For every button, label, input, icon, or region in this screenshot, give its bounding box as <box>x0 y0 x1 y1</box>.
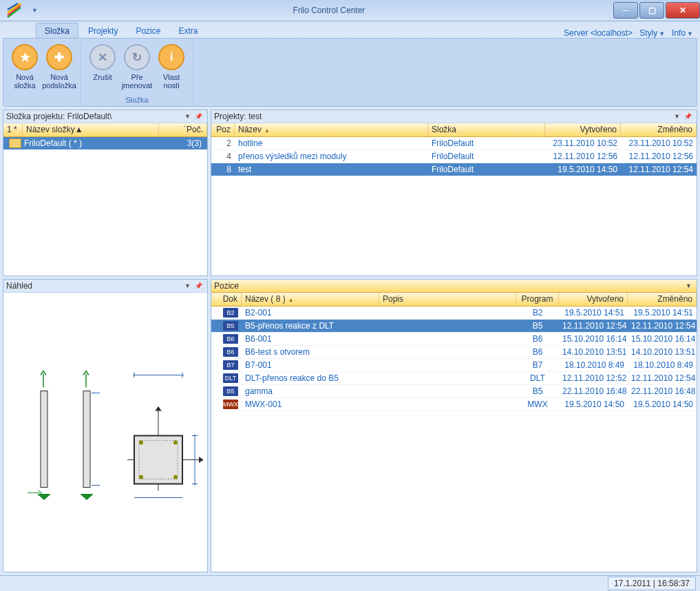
folder-icon <box>9 138 21 148</box>
tab-slozka[interactable]: Složka <box>36 23 78 38</box>
minimize-button[interactable]: ─ <box>613 2 638 19</box>
svg-rect-1 <box>83 391 90 488</box>
plus-icon: ✚ <box>46 44 72 70</box>
positions-panel-title: Pozice <box>214 281 683 291</box>
positions-col-popis[interactable]: Popis <box>379 293 516 306</box>
position-row[interactable]: MWXMWX-001MWX19.5.2010 14:5019.5.2010 14… <box>211 398 697 411</box>
doc-icon: B5 <box>223 321 238 331</box>
pin-icon[interactable]: 📌 <box>193 282 204 289</box>
svg-rect-0 <box>41 391 47 488</box>
projects-col-poz[interactable]: Poz <box>211 123 235 136</box>
tree-col-idx[interactable]: 1 * <box>3 123 23 136</box>
svg-point-9 <box>173 475 178 479</box>
ribbon-tabs: Složka Projekty Pozice Extra Server <loc… <box>0 21 700 38</box>
tab-extra[interactable]: Extra <box>170 23 206 38</box>
positions-col-zmeneno[interactable]: Změněno <box>628 293 697 306</box>
folder-panel: Složka projektu: FriloDefault\ ▼ 📌 1 * N… <box>3 110 208 276</box>
position-row[interactable]: B2B2-001B219.5.2010 14:5119.5.2010 14:51 <box>211 307 697 320</box>
project-row[interactable]: 4přenos výsledků mezi modulyFriloDefault… <box>211 150 697 163</box>
zrusit-button[interactable]: ✕ Zrušit <box>85 41 120 94</box>
preview-canvas <box>3 293 207 572</box>
info-icon: i <box>158 44 184 70</box>
chevron-down-icon[interactable]: ▼ <box>683 282 694 289</box>
server-link[interactable]: Server <localhost> <box>564 28 633 38</box>
ribbon-group-label <box>8 94 76 106</box>
projects-col-slozka[interactable]: Složka <box>428 123 545 136</box>
tab-pozice[interactable]: Pozice <box>127 23 169 38</box>
rename-icon: ↻ <box>124 44 150 70</box>
doc-icon: B6 <box>223 334 238 344</box>
doc-icon: B2 <box>223 308 238 318</box>
positions-col-vytvoreno[interactable]: Vytvořeno <box>559 293 628 306</box>
ribbon: ★ Novásložka ✚ Novápodsložka ✕ Zrušit ↻ … <box>3 38 697 107</box>
projects-col-zmeneno[interactable]: Změněno <box>621 123 697 136</box>
position-row[interactable]: DLTDLT-přenos reakce do B5DLT12.11.2010 … <box>211 372 697 385</box>
chevron-down-icon[interactable]: ▼ <box>182 282 193 289</box>
project-row[interactable]: 2hotlineFriloDefault23.11.2010 10:5223.1… <box>211 137 697 150</box>
app-logo-icon[interactable] <box>4 2 25 19</box>
chevron-down-icon[interactable]: ▼ <box>182 113 193 120</box>
info-menu[interactable]: Info▼ <box>672 28 693 38</box>
positions-panel: Pozice ▼ Dok Název ( 8 )▲ Popis Program … <box>211 279 697 572</box>
preview-panel-title: Náhled <box>6 281 182 291</box>
positions-col-dok[interactable]: Dok <box>211 293 242 306</box>
doc-icon: B5 <box>223 386 238 396</box>
doc-icon: DLT <box>223 373 238 383</box>
pin-icon[interactable]: 📌 <box>193 113 204 120</box>
qat-dropdown-icon[interactable]: ▼ <box>28 7 42 14</box>
svg-point-8 <box>139 475 143 479</box>
status-datetime: 17.1.2011 | 16:58:37 <box>608 577 696 590</box>
window-title: Frilo Control Center <box>46 6 612 15</box>
status-bar: 17.1.2011 | 16:58:37 <box>0 575 700 591</box>
projects-panel-title: Projekty: test <box>214 112 672 121</box>
projects-col-vytvoreno[interactable]: Vytvořeno <box>545 123 621 136</box>
folder-row-label: FriloDefault ( * ) <box>24 138 82 148</box>
tree-col-name[interactable]: Název složky▲ <box>23 123 159 136</box>
position-row[interactable]: B7B7-001B718.10.2010 8:4918.10.2010 8:49 <box>211 359 697 372</box>
position-row[interactable]: B6B6-001B615.10.2010 16:1415.10.2010 16:… <box>211 333 697 346</box>
tab-projekty[interactable]: Projekty <box>80 23 126 38</box>
titlebar: ▼ Frilo Control Center ─ ▢ ✕ <box>0 0 700 21</box>
ribbon-group-slozka1: ★ Novásložka ✚ Novápodsložka <box>3 41 81 106</box>
maximize-button[interactable]: ▢ <box>639 2 664 19</box>
prejmenovat-button[interactable]: ↻ Přejmenovat <box>120 41 154 94</box>
styly-menu[interactable]: Styly▼ <box>639 28 665 38</box>
chevron-down-icon: ▼ <box>687 30 693 37</box>
pin-icon[interactable]: 📌 <box>682 113 694 120</box>
close-button[interactable]: ✕ <box>666 2 700 19</box>
svg-point-7 <box>173 441 178 445</box>
doc-icon: MWX <box>223 400 238 409</box>
star-icon: ★ <box>12 44 38 70</box>
positions-col-nazev[interactable]: Název ( 8 )▲ <box>242 293 379 306</box>
chevron-down-icon[interactable]: ▼ <box>672 113 682 120</box>
nova-podslozka-button[interactable]: ✚ Novápodsložka <box>42 41 76 94</box>
folder-row-frilodefault[interactable]: FriloDefault ( * ) 3(3) <box>3 137 207 149</box>
delete-icon: ✕ <box>89 44 116 70</box>
position-row[interactable]: B5gammaB522.11.2010 16:4822.11.2010 16:4… <box>211 385 697 398</box>
projects-panel: Projekty: test ▼ 📌 Poz Název▲ Složka Vyt… <box>211 110 697 276</box>
position-row[interactable]: B5B5-přenos reakce z DLTB512.11.2010 12:… <box>211 320 697 333</box>
vlastnosti-button[interactable]: i Vlastnosti <box>154 41 189 94</box>
projects-col-nazev[interactable]: Název▲ <box>235 123 428 136</box>
tree-col-count[interactable]: ¨Poč. <box>159 123 207 136</box>
folder-row-count: 3(3) <box>153 138 207 148</box>
position-row[interactable]: B6B6-test s otvoremB614.10.2010 13:5114.… <box>211 346 697 359</box>
positions-col-program[interactable]: Program <box>516 293 559 306</box>
doc-icon: B6 <box>223 347 238 357</box>
ribbon-group-label: Složka <box>85 94 189 106</box>
chevron-down-icon: ▼ <box>659 30 665 37</box>
doc-icon: B7 <box>223 360 238 370</box>
nova-slozka-button[interactable]: ★ Novásložka <box>8 41 42 94</box>
svg-point-6 <box>139 441 143 445</box>
folder-panel-title: Složka projektu: FriloDefault\ <box>6 112 182 121</box>
preview-panel: Náhled ▼ 📌 <box>3 279 208 572</box>
project-row[interactable]: 8testFriloDefault19.5.2010 14:5012.11.20… <box>211 163 697 176</box>
ribbon-group-slozka2: ✕ Zrušit ↻ Přejmenovat i Vlastnosti Slož… <box>81 41 193 106</box>
